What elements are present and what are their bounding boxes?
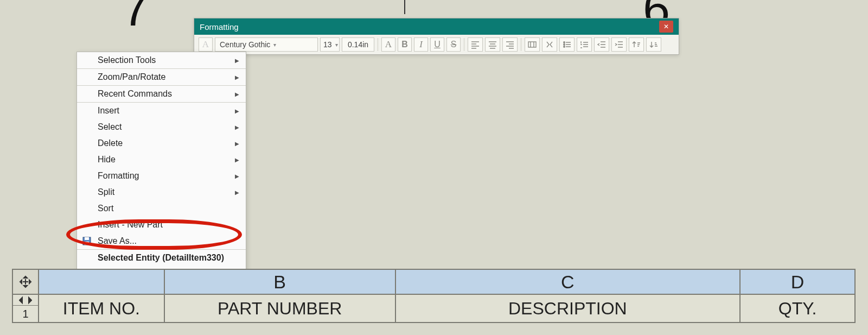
menu-save-as[interactable]: Save As...: [77, 233, 246, 249]
menu-label: Save As...: [98, 236, 137, 246]
submenu-arrow-icon: ▶: [235, 74, 239, 80]
menu-label: Recent Commands: [98, 89, 172, 99]
italic-button[interactable]: I: [414, 37, 428, 52]
menu-selection-tools[interactable]: Selection Tools▶: [77, 52, 246, 68]
ruler-digit-7: 7: [122, 0, 149, 37]
svg-rect-5: [85, 237, 89, 240]
row-handle[interactable]: 1: [12, 294, 39, 323]
merge-cells-icon[interactable]: [525, 37, 540, 52]
align-right-icon[interactable]: [502, 37, 518, 52]
save-icon: [81, 236, 92, 246]
formatting-toolbar: Formatting ✕ A Century Gothic ▾ 13 ▾ 0.1…: [194, 18, 679, 55]
menu-label: Selection Tools: [98, 55, 156, 65]
col-header-b[interactable]: B: [164, 269, 395, 294]
submenu-arrow-icon: ▶: [235, 91, 239, 97]
font-size-select[interactable]: 13 ▾: [320, 37, 340, 52]
submenu-arrow-icon: ▶: [235, 157, 239, 163]
separator: [378, 38, 378, 51]
svg-point-1: [564, 42, 565, 43]
menu-label: Split: [98, 187, 114, 197]
sort-asc-icon[interactable]: [629, 37, 644, 52]
submenu-arrow-icon: ▶: [235, 58, 239, 64]
formatting-title-text: Formatting: [200, 22, 659, 31]
cell-description-header[interactable]: DESCRIPTION: [395, 294, 741, 323]
menu-label: Formatting: [98, 171, 139, 181]
separator: [521, 38, 521, 51]
chevron-down-icon: ▾: [273, 42, 276, 48]
col-header-d[interactable]: D: [740, 269, 855, 294]
strikethrough-button[interactable]: S: [446, 37, 461, 52]
row-index: 1: [22, 306, 28, 322]
align-center-icon[interactable]: [485, 37, 500, 52]
submenu-arrow-icon: ▶: [235, 173, 239, 179]
cell-qty-header[interactable]: QTY.: [740, 294, 855, 323]
thickness-input[interactable]: 0.14in: [342, 37, 374, 52]
ruler-tick: [404, 0, 405, 14]
menu-sort[interactable]: Sort: [77, 200, 246, 217]
svg-point-2: [564, 44, 565, 45]
submenu-arrow-icon: ▶: [235, 124, 239, 130]
menu-label: Hide: [98, 155, 116, 165]
submenu-arrow-icon: ▶: [235, 108, 239, 114]
menu-label: Selected Entity (DetailItem330): [98, 253, 224, 263]
bold-button[interactable]: B: [398, 37, 412, 52]
menu-select[interactable]: Select▶: [77, 119, 246, 135]
menu-formatting[interactable]: Formatting▶: [77, 168, 246, 184]
font-size-value: 13: [323, 40, 332, 49]
font-button[interactable]: A: [381, 37, 395, 52]
context-menu: Selection Tools▶ Zoom/Pan/Rotate▶ Recent…: [76, 52, 246, 300]
svg-rect-6: [85, 242, 89, 245]
font-name-select[interactable]: Century Gothic ▾: [215, 37, 318, 52]
svg-rect-0: [528, 42, 536, 47]
chevron-down-icon: ▾: [335, 42, 338, 48]
menu-split[interactable]: Split▶: [77, 184, 246, 200]
thickness-value: 0.14in: [348, 40, 368, 49]
separator: [464, 38, 464, 51]
menu-selected-entity-header: Selected Entity (DetailItem330): [77, 250, 246, 266]
move-handle-icon[interactable]: [12, 269, 39, 294]
menu-delete[interactable]: Delete▶: [77, 135, 246, 151]
close-icon[interactable]: ✕: [659, 21, 673, 33]
font-name-value: Century Gothic: [220, 40, 270, 49]
indent-icon[interactable]: [611, 37, 627, 52]
col-header-a[interactable]: [39, 269, 164, 294]
menu-label: Sort: [98, 204, 113, 213]
menu-label: Insert: [98, 106, 119, 116]
submenu-arrow-icon: ▶: [235, 141, 239, 147]
menu-label: Select: [98, 122, 122, 132]
col-header-c[interactable]: C: [395, 269, 741, 294]
bullet-list-icon[interactable]: [559, 37, 575, 52]
formatting-row: A Century Gothic ▾ 13 ▾ 0.14in A B I U S: [194, 35, 679, 54]
svg-point-3: [564, 46, 565, 47]
table-row: 1 ITEM NO. PART NUMBER DESCRIPTION QTY.: [12, 294, 855, 323]
formatting-titlebar[interactable]: Formatting ✕: [194, 18, 679, 35]
table-header-row: B C D: [12, 269, 855, 294]
expand-arrows-icon: [13, 295, 38, 306]
sort-desc-icon[interactable]: [646, 37, 661, 52]
menu-label: Delete: [98, 138, 123, 148]
underline-button[interactable]: U: [430, 37, 444, 52]
text-style-icon[interactable]: A: [199, 37, 213, 52]
cell-item-no-header[interactable]: ITEM NO.: [39, 294, 164, 323]
menu-label: Insert - New Part: [98, 220, 163, 230]
outdent-icon[interactable]: [594, 37, 609, 52]
cell-part-number-header[interactable]: PART NUMBER: [164, 294, 395, 323]
bom-table: B C D 1 ITEM NO. PART NUMBER DESCRIPTION…: [12, 269, 856, 323]
menu-zoom-pan-rotate[interactable]: Zoom/Pan/Rotate▶: [77, 69, 246, 85]
menu-insert-new-part[interactable]: Insert - New Part: [77, 217, 246, 233]
menu-label: Zoom/Pan/Rotate: [98, 72, 165, 82]
align-left-icon[interactable]: [468, 37, 483, 52]
menu-hide[interactable]: Hide▶: [77, 151, 246, 168]
number-list-icon[interactable]: [577, 37, 592, 52]
submenu-arrow-icon: ▶: [235, 189, 239, 195]
split-cells-icon[interactable]: [542, 37, 557, 52]
menu-insert[interactable]: Insert▶: [77, 103, 246, 119]
menu-recent-commands[interactable]: Recent Commands▶: [77, 86, 246, 102]
